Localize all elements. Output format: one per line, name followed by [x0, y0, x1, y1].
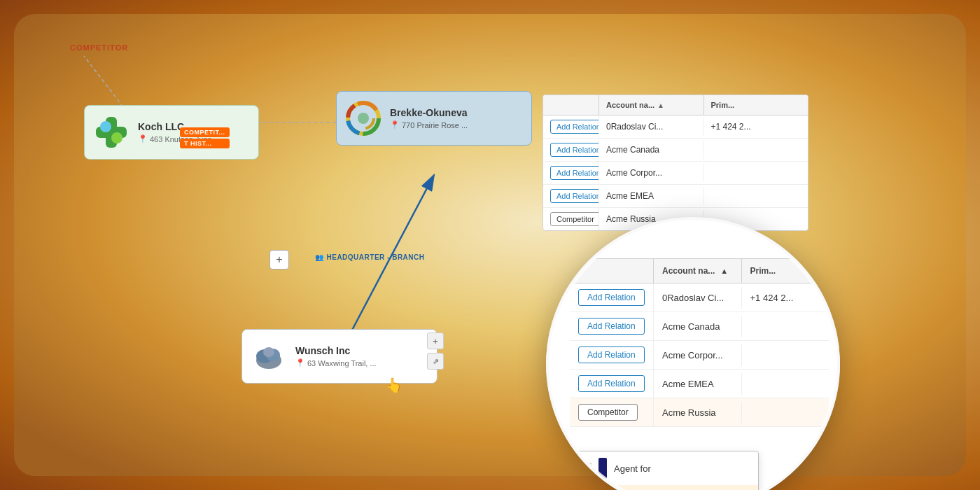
agent-for-color: [598, 458, 607, 479]
agent-for-checkbox[interactable]: [580, 463, 592, 474]
circle-competitor-button[interactable]: Competitor: [578, 404, 638, 421]
relation-type-dropdown[interactable]: Agent for ✓ Competitor 👆 Door Opener: [570, 451, 759, 490]
people-icon: 👥: [315, 253, 324, 261]
hq-branch-label: 👥 HEADQUARTER - BRANCH: [315, 253, 425, 261]
add-relation-button-4[interactable]: Add Relation: [550, 189, 599, 203]
pin-icon: 📍: [138, 134, 148, 144]
circle-td-account: Acme Russia: [654, 402, 742, 424]
cursor-pointer: 👆: [385, 377, 402, 393]
expand-plus-button[interactable]: +: [270, 250, 289, 270]
circle-td-account: Acme EMEA: [654, 373, 742, 395]
circle-sort-icon: ▲: [720, 267, 728, 275]
svg-line-3: [343, 175, 434, 347]
koch-logo-icon: [93, 114, 130, 150]
td-btn[interactable]: Add Relation: [543, 139, 599, 161]
brekke-pin-icon: 📍: [390, 120, 400, 130]
add-relation-button-1[interactable]: Add Relation: [550, 120, 599, 134]
td-account: 0Radoslav Ci...: [599, 118, 704, 136]
td-phone: [704, 192, 808, 200]
wunsch-name: Wunsch Inc: [295, 345, 377, 356]
circle-add-relation-button-2[interactable]: Add Relation: [578, 318, 645, 335]
brekke-logo-icon: [345, 100, 382, 136]
td-phone: [704, 146, 808, 154]
circle-td-phone: [742, 349, 830, 360]
circle-table-row: Add Relation Acme Corpor...: [570, 341, 829, 370]
zoom-circle-overlay: Account na... ▲ Prim... Add Relation 0Ra…: [546, 217, 840, 490]
th-account: Account na... ▲: [599, 95, 704, 115]
table-row: Add Relation 0Radoslav Ci... +1 424 2...: [543, 115, 808, 139]
th-phone: Prim...: [704, 95, 808, 115]
card-brekke[interactable]: Brekke-Okuneva 📍 770 Prairie Rose ...: [336, 91, 532, 146]
canvas-background: COMPETITOR Koch: [0, 0, 980, 490]
wunsch-info: Wunsch Inc 📍 63 Waxwing Trail, ...: [295, 345, 377, 368]
add-relation-button-3[interactable]: Add Relation: [550, 166, 599, 180]
sort-icon: ▲: [657, 102, 664, 109]
td-account: Acme EMEA: [599, 187, 704, 205]
circle-td-btn[interactable]: Competitor: [570, 398, 654, 426]
svg-point-7: [111, 132, 122, 144]
wunsch-share-button[interactable]: ⇗: [427, 353, 444, 370]
td-btn[interactable]: Competitor: [543, 208, 599, 230]
circle-table: Account na... ▲ Prim... Add Relation 0Ra…: [570, 258, 829, 427]
circle-th-account: Account na... ▲: [654, 259, 742, 283]
koch-tag-history: T HIST...: [180, 139, 230, 148]
circle-add-relation-button-3[interactable]: Add Relation: [578, 346, 645, 363]
td-btn[interactable]: Add Relation: [543, 185, 599, 207]
circle-td-phone: +1 424 2...: [742, 287, 830, 309]
svg-point-14: [358, 113, 369, 124]
brekke-info: Brekke-Okuneva 📍 770 Prairie Rose ...: [390, 107, 468, 130]
wunsch-pin-icon: 📍: [295, 358, 305, 368]
accounts-table: Account na... ▲ Prim... Add Relation 0Ra…: [542, 94, 808, 231]
card-koch[interactable]: Koch LLC 📍 463 Knutson Junc...: [84, 105, 259, 160]
koch-tag-competitor: COMPETIT...: [180, 127, 230, 137]
circle-td-account: Acme Corpor...: [654, 344, 742, 366]
td-account: Acme Corpor...: [599, 164, 704, 182]
circle-td-account: 0Radoslav Ci...: [654, 287, 742, 309]
circle-table-row-competitor: Competitor Acme Russia: [570, 398, 829, 427]
circle-table-row: Add Relation Acme EMEA: [570, 370, 829, 398]
circle-add-relation-button-1[interactable]: Add Relation: [578, 289, 645, 306]
td-phone: +1 424 2...: [704, 118, 808, 136]
circle-td-btn[interactable]: Add Relation: [570, 341, 654, 369]
td-phone: [704, 169, 808, 177]
td-account: Acme Canada: [599, 141, 704, 159]
brekke-name: Brekke-Okuneva: [390, 107, 468, 118]
circle-td-btn[interactable]: Add Relation: [570, 312, 654, 340]
dropdown-item-competitor[interactable]: ✓ Competitor 👆: [570, 485, 758, 490]
svg-point-6: [100, 121, 111, 132]
circle-td-btn[interactable]: Add Relation: [570, 370, 654, 398]
td-btn[interactable]: Add Relation: [543, 162, 599, 184]
wunsch-plus-button[interactable]: +: [427, 332, 444, 349]
competitor-button-1[interactable]: Competitor: [550, 212, 599, 226]
agent-for-label: Agent for: [614, 463, 651, 474]
brekke-address: 📍 770 Prairie Rose ...: [390, 120, 468, 130]
table-row: Add Relation Acme Corpor...: [543, 162, 808, 185]
circle-td-phone: [742, 378, 830, 389]
wunsch-address: 📍 63 Waxwing Trail, ...: [295, 358, 377, 368]
td-btn[interactable]: Add Relation: [543, 115, 599, 138]
svg-point-18: [263, 347, 274, 357]
circle-table-row: Add Relation 0Radoslav Ci... +1 424 2...: [570, 284, 829, 312]
competitor-label: COMPETITOR: [70, 43, 128, 52]
table-header: Account na... ▲ Prim...: [543, 95, 808, 115]
dropdown-item-agent-for[interactable]: Agent for: [570, 451, 758, 485]
add-relation-button-2[interactable]: Add Relation: [550, 143, 599, 157]
th-ns: [543, 95, 599, 115]
circle-table-header: Account na... ▲ Prim...: [570, 258, 829, 284]
circle-th-ns: [570, 259, 654, 283]
table-row: Add Relation Acme Canada: [543, 139, 808, 162]
koch-tags: COMPETIT... T HIST...: [180, 127, 230, 148]
wunsch-logo-icon: [251, 338, 287, 374]
screen-inner: COMPETITOR Koch: [14, 14, 966, 476]
circle-td-account: Acme Canada: [654, 316, 742, 337]
circle-table-row: Add Relation Acme Canada: [570, 312, 829, 341]
card-wunsch[interactable]: Wunsch Inc 📍 63 Waxwing Trail, ...: [241, 329, 438, 384]
table-row: Add Relation Acme EMEA: [543, 185, 808, 208]
circle-td-phone: [742, 321, 830, 332]
circle-td-phone: [742, 407, 830, 418]
circle-th-phone: Prim...: [742, 259, 830, 283]
circle-td-btn[interactable]: Add Relation: [570, 284, 654, 312]
circle-add-relation-button-4[interactable]: Add Relation: [578, 375, 645, 392]
